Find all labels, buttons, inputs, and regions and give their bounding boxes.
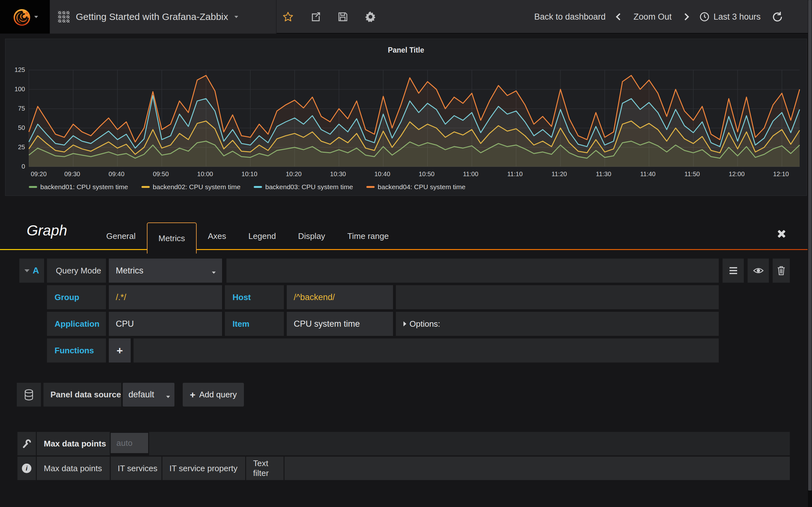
x-tick-label: 11:40 <box>640 170 656 178</box>
legend-color-dash <box>29 186 37 188</box>
legend-color-dash <box>142 186 150 188</box>
y-tick-label: 25 <box>6 144 25 151</box>
x-tick-label: 10:30 <box>330 170 346 178</box>
application-input[interactable]: CPU <box>109 312 222 336</box>
max-data-points-label: Max data points <box>37 432 110 455</box>
top-navbar: Getting Started with Grafana-Zabbix Back… <box>0 0 812 34</box>
zoom-out-button[interactable]: Zoom Out <box>633 12 671 22</box>
info-icon: i <box>22 464 32 473</box>
hamburger-icon <box>729 267 737 274</box>
add-query-button[interactable]: + Add query <box>183 383 244 406</box>
group-label: Group <box>47 285 106 309</box>
settings-gear-icon[interactable] <box>365 11 376 22</box>
y-tick-label: 0 <box>6 163 25 170</box>
chart-legend: backend01: CPU system timebackend02: CPU… <box>29 183 465 191</box>
x-tick-label: 11:20 <box>552 170 567 178</box>
database-icon <box>23 389 34 401</box>
query-toggle-visibility-button[interactable] <box>748 259 769 283</box>
query-row-filler <box>226 259 719 283</box>
x-tick-label: 10:10 <box>241 170 257 178</box>
y-tick-label: 75 <box>6 105 25 112</box>
refresh-icon[interactable] <box>772 11 783 22</box>
options-toggle[interactable]: Options: <box>396 319 440 329</box>
star-icon[interactable] <box>282 11 294 22</box>
option-tab-text-filter[interactable]: Text filter <box>246 457 284 480</box>
options-row-cell: Options: <box>396 312 719 336</box>
options-wrench-cell <box>17 432 36 455</box>
y-tick-label: 50 <box>6 124 25 131</box>
tab-general[interactable]: General <box>95 222 147 250</box>
close-editor-icon[interactable] <box>776 228 787 239</box>
tab-legend[interactable]: Legend <box>237 222 287 250</box>
editor-tabs: GeneralMetricsAxesLegendDisplayTime rang… <box>95 222 400 253</box>
grafana-app: Getting Started with Grafana-Zabbix Back… <box>0 0 812 507</box>
host-label: Host <box>225 285 284 309</box>
legend-color-dash <box>366 186 374 188</box>
query-collapse-toggle[interactable]: A <box>19 259 44 283</box>
item-input[interactable]: CPU system time <box>287 312 393 336</box>
dashboard-title: Getting Started with Grafana-Zabbix <box>76 11 228 22</box>
options-caret-icon <box>403 321 406 326</box>
query-ref-letter: A <box>33 266 39 276</box>
group-input[interactable]: /.*/ <box>109 285 222 309</box>
datasource-icon-cell <box>17 383 41 406</box>
time-range-picker[interactable]: Last 3 hours <box>699 12 761 22</box>
title-caret-icon <box>235 16 238 18</box>
back-to-dashboard-button[interactable]: Back to dashboard <box>534 12 606 22</box>
dashboard-title-picker[interactable]: Getting Started with Grafana-Zabbix <box>50 0 276 34</box>
legend-color-dash <box>254 186 262 188</box>
time-shift-forward-icon[interactable] <box>682 13 689 20</box>
query-mode-select[interactable]: Metrics <box>109 259 222 283</box>
time-shift-back-icon[interactable] <box>616 13 623 20</box>
tab-metrics[interactable]: Metrics <box>147 222 197 253</box>
tab-time-range[interactable]: Time range <box>336 222 400 250</box>
chart-plot-area[interactable] <box>29 70 800 167</box>
query-caret-icon <box>24 269 30 272</box>
legend-item-backend04[interactable]: backend04: CPU system time <box>366 183 466 191</box>
plus-icon: + <box>190 389 195 400</box>
functions-row-filler <box>134 338 719 362</box>
save-icon[interactable] <box>338 11 348 22</box>
eye-icon <box>753 267 764 275</box>
chart-svg <box>29 70 800 167</box>
x-tick-label: 11:30 <box>596 170 612 178</box>
option-tab-it-service-property[interactable]: IT service property <box>162 457 245 480</box>
x-tick-label: 09:30 <box>64 170 80 178</box>
clock-icon <box>699 12 710 22</box>
query-delete-button[interactable] <box>773 259 790 283</box>
x-tick-label: 10:20 <box>286 170 302 178</box>
option-tab-it-services[interactable]: IT services <box>111 457 161 480</box>
legend-item-backend02[interactable]: backend02: CPU system time <box>142 183 241 191</box>
page-scrollbar <box>808 0 812 507</box>
add-function-button[interactable]: + <box>109 338 131 362</box>
panel-title[interactable]: Panel Title <box>5 46 807 55</box>
scrollbar-thumb[interactable] <box>808 0 812 491</box>
x-tick-label: 10:00 <box>197 170 213 178</box>
y-tick-label: 100 <box>6 86 25 93</box>
options-row2-filler <box>285 457 790 480</box>
graph-panel: Panel Title 0255075100125 09:2009:3009:4… <box>5 39 807 196</box>
x-tick-label: 10:50 <box>419 170 435 178</box>
dashboard-grid-icon <box>58 11 69 22</box>
grafana-logo-menu[interactable] <box>0 0 50 34</box>
time-range-label: Last 3 hours <box>713 12 761 22</box>
panel-editor-type-title: Graph <box>27 222 67 239</box>
x-tick-label: 11:50 <box>684 170 700 178</box>
option-tab-max-data-points[interactable]: Max data points <box>37 457 110 480</box>
x-tick-label: 09:50 <box>153 170 169 178</box>
group-row-filler <box>396 285 719 309</box>
functions-label: Functions <box>47 338 106 362</box>
share-icon[interactable] <box>310 11 321 22</box>
legend-item-backend03[interactable]: backend03: CPU system time <box>254 183 353 191</box>
legend-item-backend01[interactable]: backend01: CPU system time <box>29 183 128 191</box>
wrench-icon <box>22 439 32 448</box>
max-data-points-input[interactable] <box>111 433 148 453</box>
x-tick-label: 12:10 <box>773 170 789 178</box>
host-input[interactable]: /^backend/ <box>287 285 393 309</box>
x-tick-label: 10:40 <box>374 170 390 178</box>
panel-datasource-select[interactable]: default <box>123 383 174 406</box>
query-menu-button[interactable] <box>722 259 744 283</box>
tab-display[interactable]: Display <box>287 222 336 250</box>
query-mode-label: Query Mode <box>47 259 106 283</box>
tab-axes[interactable]: Axes <box>197 222 237 250</box>
